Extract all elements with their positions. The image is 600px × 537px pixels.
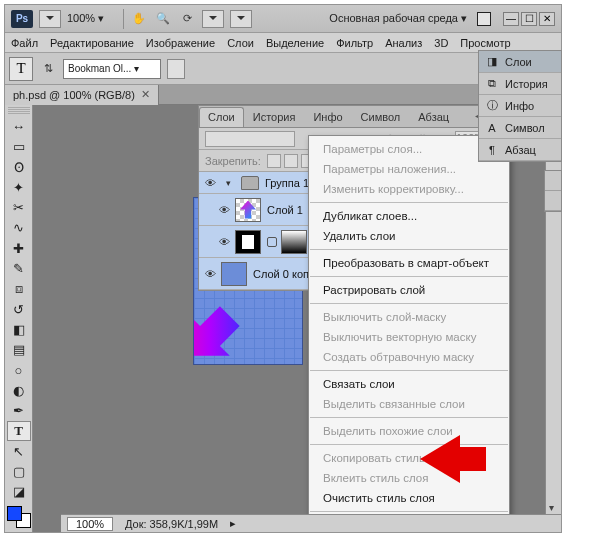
- layers-icon: ◨: [485, 55, 499, 69]
- visibility-icon[interactable]: 👁: [213, 236, 235, 248]
- link-icon[interactable]: [267, 237, 277, 247]
- character-icon: A: [485, 121, 499, 135]
- eyedropper-tool[interactable]: ∿: [7, 218, 31, 238]
- status-arrow-icon[interactable]: ▸: [230, 517, 236, 530]
- history-icon: ⧉: [485, 77, 499, 91]
- heal-tool[interactable]: ✚: [7, 238, 31, 258]
- orientation-icon[interactable]: ⇅: [39, 60, 57, 78]
- font-style-combo[interactable]: [167, 59, 185, 79]
- maximize-button[interactable]: ☐: [521, 12, 537, 26]
- layer-thumb[interactable]: [235, 198, 261, 222]
- tab-character[interactable]: Символ: [352, 107, 410, 127]
- history-brush-tool[interactable]: ↺: [7, 299, 31, 319]
- mini-dock[interactable]: [544, 170, 562, 212]
- folder-icon: [241, 176, 259, 190]
- layer-name[interactable]: Группа 1: [265, 177, 309, 189]
- workspace-button[interactable]: [477, 12, 491, 26]
- menu-edit[interactable]: Редактирование: [50, 37, 134, 49]
- close-icon[interactable]: ✕: [141, 88, 150, 101]
- visibility-icon[interactable]: 👁: [199, 268, 221, 280]
- menu-layers[interactable]: Слои: [227, 37, 254, 49]
- tab-paragraph[interactable]: Абзац: [409, 107, 458, 127]
- menu-select[interactable]: Выделение: [266, 37, 324, 49]
- brush-tool[interactable]: ✎: [7, 258, 31, 278]
- svg-marker-1: [193, 306, 240, 365]
- tab-info[interactable]: Инфо: [304, 107, 351, 127]
- mi-edit-adjust: Изменить корректировку...: [309, 179, 509, 199]
- blend-mode-combo[interactable]: [205, 131, 295, 147]
- menu-image[interactable]: Изображение: [146, 37, 215, 49]
- 3d-tool[interactable]: ◪: [7, 482, 31, 502]
- dodge-tool[interactable]: ◐: [7, 380, 31, 400]
- tab-history[interactable]: История: [244, 107, 305, 127]
- dock-label: Символ: [505, 122, 545, 134]
- marquee-tool[interactable]: ▭: [7, 137, 31, 157]
- mi-delete[interactable]: Удалить слои: [309, 226, 509, 246]
- toolbox-grip[interactable]: [8, 107, 30, 114]
- mi-smart-object[interactable]: Преобразовать в смарт-объект: [309, 253, 509, 273]
- gradient-tool[interactable]: ▤: [7, 340, 31, 360]
- type-tool[interactable]: T: [7, 421, 31, 441]
- screen-drop[interactable]: [230, 10, 252, 28]
- layer-thumb[interactable]: [235, 230, 261, 254]
- eraser-tool[interactable]: ◧: [7, 319, 31, 339]
- mi-link[interactable]: Связать слои: [309, 374, 509, 394]
- move-tool[interactable]: ↔: [7, 116, 31, 136]
- blur-tool[interactable]: ○: [7, 360, 31, 380]
- mi-duplicate[interactable]: Дубликат слоев...: [309, 206, 509, 226]
- visibility-icon[interactable]: 👁: [199, 177, 221, 189]
- dock-character[interactable]: AСимвол: [479, 117, 561, 139]
- wand-tool[interactable]: ✦: [7, 177, 31, 197]
- font-family-combo[interactable]: Bookman Ol... ▾: [63, 59, 161, 79]
- vertical-scrollbar[interactable]: [545, 105, 561, 514]
- mi-disable-vmask: Выключить векторную маску: [309, 327, 509, 347]
- lock-transparent-icon[interactable]: [267, 154, 281, 168]
- color-swatches[interactable]: [7, 506, 31, 528]
- arrange-drop[interactable]: [202, 10, 224, 28]
- app-titlebar: Ps 100% ▾ ✋ 🔍 ⟳ Основная рабочая среда ▾…: [5, 5, 561, 33]
- stamp-tool[interactable]: ⧈: [7, 279, 31, 299]
- info-icon: ⓘ: [485, 99, 499, 113]
- zoom-icon[interactable]: 🔍: [154, 10, 172, 28]
- menu-3d[interactable]: 3D: [434, 37, 448, 49]
- close-button[interactable]: ✕: [539, 12, 555, 26]
- lasso-tool[interactable]: ʘ: [7, 157, 31, 177]
- twirl-icon[interactable]: ▾: [221, 178, 235, 188]
- mask-thumb[interactable]: [281, 230, 307, 254]
- mi-select-linked: Выделить связанные слои: [309, 394, 509, 414]
- tool-preset-icon[interactable]: T: [9, 57, 33, 81]
- minimize-button[interactable]: ―: [503, 12, 519, 26]
- status-zoom[interactable]: 100%: [67, 517, 113, 531]
- app-zoom[interactable]: 100% ▾: [67, 12, 117, 25]
- dock-layers[interactable]: ◨Слои: [479, 51, 561, 73]
- menu-filter[interactable]: Фильтр: [336, 37, 373, 49]
- workspace-switcher[interactable]: Основная рабочая среда ▾: [329, 12, 467, 25]
- dock-label: История: [505, 78, 548, 90]
- right-panel-dock: ◨Слои ⧉История ⓘИнфо AСимвол ¶Абзац: [478, 50, 562, 162]
- tab-layers[interactable]: Слои: [199, 107, 244, 127]
- fg-swatch[interactable]: [7, 506, 22, 521]
- dock-label: Абзац: [505, 144, 536, 156]
- menu-file[interactable]: Файл: [11, 37, 38, 49]
- visibility-icon[interactable]: 👁: [213, 204, 235, 216]
- document-tab[interactable]: ph.psd @ 100% (RGB/8) ✕: [5, 85, 159, 105]
- rotate-icon[interactable]: ⟳: [178, 10, 196, 28]
- lock-pixels-icon[interactable]: [284, 154, 298, 168]
- mi-rasterize[interactable]: Растрировать слой: [309, 280, 509, 300]
- path-select-tool[interactable]: ↖: [7, 441, 31, 461]
- pen-tool[interactable]: ✒: [7, 400, 31, 420]
- crop-tool[interactable]: ✂: [7, 198, 31, 218]
- dock-label: Инфо: [505, 100, 534, 112]
- shape-tool[interactable]: ▢: [7, 461, 31, 481]
- mi-clear-style[interactable]: Очистить стиль слоя: [309, 488, 509, 508]
- bridge-drop[interactable]: [39, 10, 61, 28]
- menu-analysis[interactable]: Анализ: [385, 37, 422, 49]
- menu-view[interactable]: Просмотр: [460, 37, 510, 49]
- layer-thumb[interactable]: [221, 262, 247, 286]
- hand-icon[interactable]: ✋: [130, 10, 148, 28]
- layer-name[interactable]: Слой 1: [267, 204, 303, 216]
- dock-history[interactable]: ⧉История: [479, 73, 561, 95]
- dock-info[interactable]: ⓘИнфо: [479, 95, 561, 117]
- status-docsize: Док: 358,9K/1,99M: [125, 518, 218, 530]
- dock-paragraph[interactable]: ¶Абзац: [479, 139, 561, 161]
